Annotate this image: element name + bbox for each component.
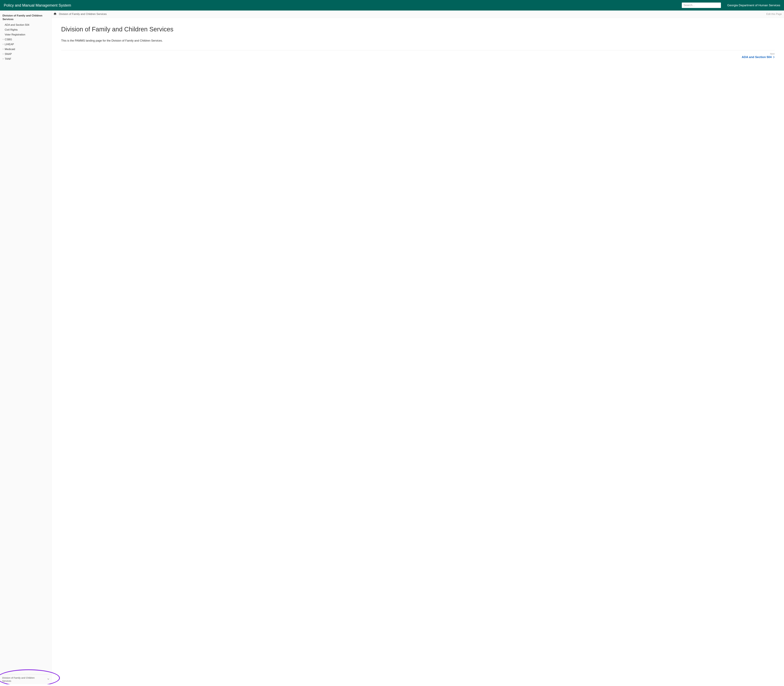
page-title: Division of Family and Children Services <box>61 26 774 33</box>
department-link[interactable]: Georgia Department of Human Services <box>727 3 780 7</box>
chevron-right-icon <box>773 56 774 58</box>
sidebar-item-label: Medicaid <box>5 48 15 51</box>
sidebar: Division of Family and Children Services… <box>0 10 52 684</box>
edit-page-link[interactable]: Edit this Page <box>766 13 782 16</box>
breadcrumb[interactable]: Division of Family and Children Services <box>59 13 107 16</box>
sidebar-item-csbg[interactable]: CSBG <box>1 37 51 42</box>
sidebar-nav: Division of Family and Children Services… <box>0 12 52 61</box>
divider <box>61 50 774 51</box>
home-icon[interactable] <box>53 12 57 16</box>
pager-next[interactable]: Next ADA and Section 504 <box>742 52 774 59</box>
caret-right-icon[interactable] <box>2 39 4 40</box>
site-title[interactable]: Policy and Manual Management System <box>4 3 71 8</box>
caret-right-icon[interactable] <box>2 53 4 55</box>
sidebar-item-liheap[interactable]: LIHEAP <box>1 42 51 47</box>
sidebar-item-voter-registration[interactable]: Voter Registration <box>1 32 51 37</box>
sidebar-item-label: CSBG <box>5 38 12 41</box>
main-content: Division of Family and Children Services… <box>52 10 784 684</box>
page-body: This is the PAMMS landing page for the D… <box>61 39 774 42</box>
sidebar-division-selector[interactable]: Division of Family and Children Services <box>0 674 52 684</box>
sidebar-item-medicaid[interactable]: Medicaid <box>1 47 51 52</box>
caret-right-icon[interactable] <box>2 58 4 60</box>
pager-next-label: Next <box>742 52 774 55</box>
sidebar-item-label: ADA and Section 504 <box>5 23 29 26</box>
pager: Next ADA and Section 504 <box>61 52 774 59</box>
search-input[interactable] <box>682 3 721 8</box>
chevron-down-icon <box>47 678 49 681</box>
sidebar-item-label: SNAP <box>5 52 12 56</box>
sidebar-item-label: Civil Rights <box>5 28 18 31</box>
caret-right-icon[interactable] <box>2 44 4 45</box>
caret-right-icon[interactable] <box>2 48 4 50</box>
site-header: Policy and Manual Management System Geor… <box>0 0 784 10</box>
sidebar-item-ada[interactable]: ADA and Section 504 <box>1 23 51 27</box>
sidebar-item-tanf[interactable]: TANF <box>1 57 51 61</box>
sidebar-item-label: TANF <box>5 57 11 60</box>
sidebar-item-civil-rights[interactable]: Civil Rights <box>1 27 51 32</box>
division-selector-label: Division of Family and Children Services <box>2 676 41 683</box>
sidebar-item-label: Voter Registration <box>5 33 25 36</box>
sidebar-item-snap[interactable]: SNAP <box>1 52 51 57</box>
sidebar-section-title[interactable]: Division of Family and Children Services <box>1 13 51 23</box>
pager-next-title: ADA and Section 504 <box>742 56 772 59</box>
page-toolbar: Division of Family and Children Services… <box>52 10 784 18</box>
sidebar-item-label: LIHEAP <box>5 43 14 46</box>
